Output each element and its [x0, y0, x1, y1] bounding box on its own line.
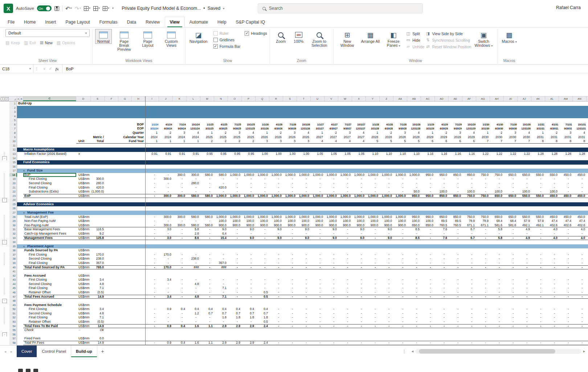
column-header-T[interactable]: T — [297, 96, 311, 101]
cell[interactable]: - — [242, 265, 256, 270]
cell[interactable]: - — [559, 232, 573, 236]
cell[interactable] — [531, 274, 545, 278]
cell[interactable]: - — [545, 320, 559, 324]
cell[interactable] — [504, 303, 518, 307]
cell[interactable]: - — [324, 315, 338, 320]
cell[interactable]: 1,000.0 — [269, 173, 283, 177]
cell[interactable]: - — [435, 307, 449, 311]
cell[interactable]: - — [476, 341, 490, 345]
cell[interactable]: 1.00 — [297, 152, 311, 156]
gridlines-checkbox[interactable]: Gridlines — [213, 38, 241, 42]
cell[interactable]: - — [476, 282, 490, 286]
cell[interactable]: - — [531, 236, 545, 240]
tab-data[interactable]: Data — [122, 17, 141, 27]
cell[interactable]: - — [393, 307, 407, 311]
cell[interactable]: 100.0 — [407, 219, 421, 223]
cell[interactable]: 1 — [159, 139, 173, 144]
cell[interactable]: 9.0 — [242, 227, 256, 232]
cell[interactable]: - — [380, 190, 393, 194]
cell[interactable]: 6.4 — [214, 232, 228, 236]
cell[interactable] — [173, 303, 187, 307]
cell-row-label[interactable] — [105, 320, 145, 324]
cell-row-label[interactable] — [105, 286, 145, 290]
cell[interactable]: - — [283, 282, 297, 286]
cell[interactable] — [311, 328, 324, 332]
cell[interactable]: - — [159, 186, 173, 190]
cell[interactable]: 2026 — [269, 135, 283, 140]
cell[interactable] — [476, 336, 490, 341]
cell[interactable]: - — [421, 282, 435, 286]
cell[interactable]: 5 — [407, 139, 421, 144]
cell[interactable]: 10/1/25 — [242, 123, 256, 127]
cell[interactable]: 3/31/28 — [366, 127, 380, 131]
cell[interactable]: 9.0 — [352, 236, 366, 240]
cell[interactable]: - — [269, 181, 283, 186]
cell-unit[interactable]: US$mm — [76, 315, 91, 320]
column-header-I[interactable]: I — [145, 96, 159, 101]
cell[interactable]: - — [531, 257, 545, 261]
cell[interactable]: - — [338, 290, 352, 295]
cell[interactable]: - — [311, 227, 324, 232]
cell[interactable]: - — [269, 190, 283, 194]
cell[interactable]: - — [421, 307, 435, 311]
cell[interactable]: - — [269, 286, 283, 290]
cell[interactable]: - — [573, 278, 587, 282]
cell[interactable]: - — [173, 257, 187, 261]
cell[interactable]: - — [228, 290, 242, 295]
cell[interactable] — [256, 328, 269, 332]
cell[interactable]: - — [545, 307, 559, 311]
cell[interactable]: 68.4 — [504, 219, 518, 223]
cell[interactable]: 1,000.0 — [380, 215, 393, 219]
cell[interactable]: - — [283, 190, 297, 194]
cell-unit[interactable] — [76, 131, 91, 135]
cell[interactable]: - — [559, 290, 573, 295]
cell[interactable]: - — [159, 219, 173, 223]
cell[interactable] — [324, 274, 338, 278]
column-header-C[interactable]: C — [23, 96, 76, 101]
row-header-33[interactable]: 33 — [9, 236, 17, 240]
cell[interactable]: - — [324, 232, 338, 236]
column-header-AD[interactable]: AD — [435, 96, 449, 101]
cell[interactable]: - — [324, 341, 338, 345]
cell[interactable]: 9/30/30 — [504, 127, 518, 131]
cell[interactable]: - — [159, 181, 173, 186]
cell[interactable]: 6/30/24 — [159, 127, 173, 131]
cell[interactable]: 7/1/31 — [559, 123, 573, 127]
cell[interactable]: 100.0 — [545, 190, 559, 194]
cell-unit[interactable]: -- — [76, 328, 91, 332]
cell[interactable]: 6/30/27 — [324, 127, 338, 131]
cell[interactable]: - — [324, 311, 338, 316]
cell[interactable] — [200, 303, 214, 307]
cell[interactable]: 7/1/27 — [338, 123, 352, 127]
cell[interactable]: - — [159, 290, 173, 295]
cell[interactable]: 950.0 — [407, 215, 421, 219]
cell[interactable]: - — [421, 278, 435, 282]
cell[interactable]: - — [214, 181, 228, 186]
cell[interactable]: - — [380, 290, 393, 295]
cell-row-label[interactable] — [105, 261, 145, 265]
cell[interactable]: - — [393, 286, 407, 290]
cell[interactable]: - — [449, 278, 462, 282]
column-header-P[interactable]: P — [242, 96, 256, 101]
cell[interactable] — [338, 303, 352, 307]
cell[interactable] — [435, 336, 449, 341]
cell[interactable]: - — [421, 257, 435, 261]
cell[interactable] — [449, 336, 462, 341]
cell[interactable] — [297, 274, 311, 278]
cell[interactable]: - — [393, 236, 407, 240]
row-header-34[interactable]: 34 — [9, 240, 17, 244]
cell[interactable] — [504, 328, 518, 332]
cell[interactable]: 0.7 — [214, 311, 228, 316]
cell[interactable] — [324, 336, 338, 341]
cell[interactable]: 1,000.0 — [338, 194, 352, 198]
cell-total[interactable]: 125.8 — [91, 236, 105, 240]
cell[interactable]: 2 — [490, 131, 504, 135]
autosave-toggle[interactable]: On — [37, 5, 52, 11]
cell[interactable]: - — [311, 236, 324, 240]
cell[interactable]: - — [476, 295, 490, 299]
cell[interactable]: 2 — [324, 131, 338, 135]
cell[interactable]: - — [407, 341, 421, 345]
cell[interactable]: - — [393, 295, 407, 299]
cell-C31[interactable]: Base Management Fees — [23, 227, 76, 232]
cell[interactable]: - — [352, 257, 366, 261]
